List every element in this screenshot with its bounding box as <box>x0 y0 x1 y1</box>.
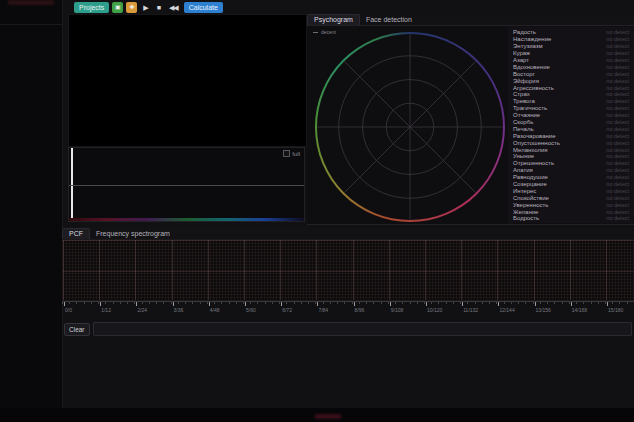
emotion-list: Радостьno detectНаслаждениеno detectЭнту… <box>508 27 634 223</box>
waveform-panel[interactable]: full <box>68 147 305 222</box>
emotion-row: Опустошенностьno detect <box>508 139 634 146</box>
spectrogram-panel: PCFFrequency spectrogram 0/01/122/243/36… <box>62 228 634 358</box>
emotion-value: no detect <box>606 112 629 118</box>
axis-tick-label: 5/60 <box>246 307 256 313</box>
axis-tick <box>281 302 282 306</box>
emotion-value: no detect <box>606 160 629 166</box>
emotion-name: Апатия <box>513 167 533 173</box>
emotion-row: Вдохновениеno detect <box>508 63 634 70</box>
sidebar-title-smudge <box>8 0 54 5</box>
emotion-name: Опустошенность <box>513 140 560 146</box>
emotion-row: Интересno detect <box>508 187 634 194</box>
axis-tick-label: 10/120 <box>427 307 442 313</box>
axis-tick-label: 9/108 <box>391 307 404 313</box>
emotion-value: no detect <box>606 181 629 187</box>
emotion-row: Уныниеno detect <box>508 153 634 160</box>
emotion-value: no detect <box>606 140 629 146</box>
axis-tick-label: 15/180 <box>608 307 623 313</box>
emotion-value: no detect <box>606 43 629 49</box>
emotion-name: Радость <box>513 29 536 35</box>
emotion-name: Агрессивность <box>513 85 554 91</box>
waveform-midline <box>69 185 304 186</box>
checkbox-icon[interactable] <box>283 150 290 157</box>
emotion-name: Отчаяние <box>513 112 540 118</box>
axis-tick <box>173 302 174 306</box>
axis-tick-label: 4/48 <box>210 307 220 313</box>
tab-frequency-spectrogram[interactable]: Frequency spectrogram <box>90 229 176 239</box>
emotion-value: no detect <box>606 209 629 215</box>
axis-tick-label: 8/96 <box>355 307 365 313</box>
emotion-row: Энтузиазмno detect <box>508 43 634 50</box>
emotion-name: Тревога <box>513 98 535 104</box>
axis-tick-label: 14/168 <box>572 307 587 313</box>
emotion-row: Агрессивностьno detect <box>508 84 634 91</box>
plus-icon: ✚ <box>129 2 134 13</box>
emotion-row: Печальno detect <box>508 125 634 132</box>
app-root: Projects ▣ ✚ ▶ ■ ◀◀ Calculate full Psych… <box>0 0 634 422</box>
axis-tick <box>317 302 318 306</box>
sidebar-divider <box>0 24 62 25</box>
emotion-value: no detect <box>606 57 629 63</box>
play-button[interactable]: ▶ <box>140 2 150 13</box>
bottom-strip <box>0 408 634 422</box>
emotion-row: Скорбьno detect <box>508 119 634 126</box>
clear-row: Clear <box>64 322 632 336</box>
axis-tick-label: 0/0 <box>65 307 72 313</box>
emotion-name: Желание <box>513 209 538 215</box>
snapshot-button[interactable]: ▣ <box>112 2 123 13</box>
tab-pcf[interactable]: PCF <box>62 228 90 239</box>
stop-button[interactable]: ■ <box>154 2 163 13</box>
projects-button[interactable]: Projects <box>74 2 109 13</box>
axis-tick-label: 6/72 <box>282 307 292 313</box>
calculate-button[interactable]: Calculate <box>184 2 223 13</box>
emotion-row: Восторгno detect <box>508 70 634 77</box>
image-icon: ▣ <box>115 2 121 13</box>
stop-icon: ■ <box>157 4 160 11</box>
axis-tick <box>571 302 572 306</box>
bottom-strip-smudge <box>315 414 341 419</box>
emotion-row: Отрешенностьno detect <box>508 160 634 167</box>
spectrogram-axis: 0/01/122/243/364/485/606/727/848/969/108… <box>62 301 634 317</box>
emotion-row: Азартno detect <box>508 57 634 64</box>
axis-tick <box>390 302 391 306</box>
emotion-row: Апатияno detect <box>508 167 634 174</box>
emotion-name: Кураж <box>513 50 530 56</box>
emotion-row: Желаниеno detect <box>508 208 634 215</box>
axis-tick <box>607 302 608 306</box>
emotion-value: no detect <box>606 105 629 111</box>
emotion-row: Куражno detect <box>508 50 634 57</box>
emotion-row: Бодростьno detect <box>508 215 634 222</box>
axis-tick-label: 7/84 <box>318 307 328 313</box>
add-source-button[interactable]: ✚ <box>126 2 137 13</box>
emotion-value: no detect <box>606 195 629 201</box>
emotion-row: Тревогаno detect <box>508 98 634 105</box>
axis-tick <box>426 302 427 306</box>
emotion-value: no detect <box>606 64 629 70</box>
clear-button[interactable]: Clear <box>64 323 90 336</box>
emotion-name: Азарт <box>513 57 529 63</box>
emotion-name: Уверенность <box>513 202 548 208</box>
emotion-value: no detect <box>606 174 629 180</box>
emotion-row: Отчаяниеno detect <box>508 112 634 119</box>
emotion-value: no detect <box>606 91 629 97</box>
emotion-name: Спокойствие <box>513 195 549 201</box>
waveform-colorbar <box>69 218 304 221</box>
full-checkbox[interactable]: full <box>283 150 300 157</box>
rewind-button[interactable]: ◀◀ <box>166 2 181 13</box>
emotion-name: Эйфория <box>513 78 539 84</box>
emotion-row: Созерцаниеno detect <box>508 181 634 188</box>
emotion-value: no detect <box>606 36 629 42</box>
full-label: full <box>292 151 300 157</box>
emotion-value: no detect <box>606 215 629 221</box>
toolbar: Projects ▣ ✚ ▶ ■ ◀◀ Calculate <box>74 1 223 13</box>
emotion-row: Меланхолияno detect <box>508 146 634 153</box>
emotion-value: no detect <box>606 153 629 159</box>
emotion-value: no detect <box>606 85 629 91</box>
axis-tick-label: 13/156 <box>536 307 551 313</box>
log-field[interactable] <box>93 322 632 336</box>
emotion-name: Скорбь <box>513 119 533 125</box>
emotion-name: Страх <box>513 91 530 97</box>
emotion-row: Трагичностьno detect <box>508 105 634 112</box>
emotion-name: Печаль <box>513 126 534 132</box>
spectrogram-grid[interactable] <box>62 239 634 301</box>
